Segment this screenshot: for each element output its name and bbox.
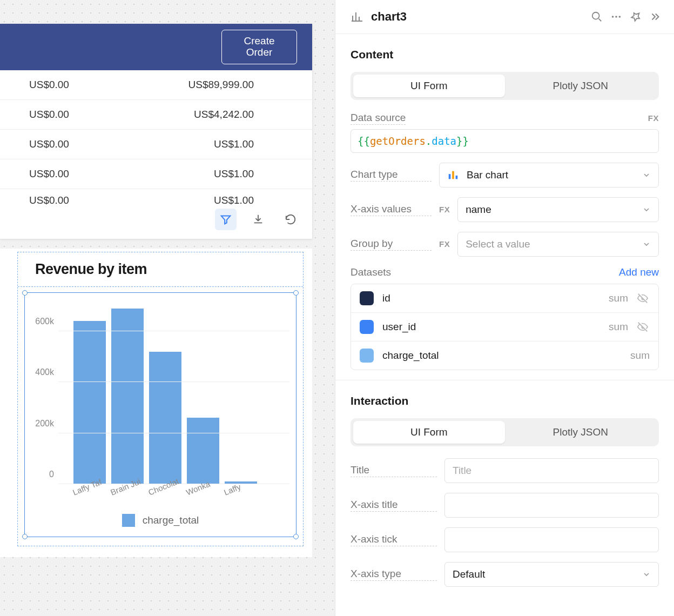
tab-plotly-json[interactable]: Plotly JSON (505, 421, 657, 444)
svg-point-1 (612, 16, 614, 18)
cell: US$1.00 (130, 168, 312, 180)
chevron-down-icon (642, 171, 651, 179)
table-row[interactable]: US$0.00 US$89,999.00 (0, 70, 312, 100)
group-by-label: Group by (351, 238, 432, 251)
download-icon (252, 213, 264, 225)
x-axis-type-value: Default (453, 568, 485, 580)
svg-rect-6 (456, 176, 458, 179)
group-by-select[interactable]: Select a value (457, 232, 659, 257)
create-order-button[interactable]: Create Order (221, 30, 297, 64)
chart-component[interactable]: Revenue by item 0200k400k600k Laffy TafB… (17, 252, 304, 546)
dataset-item[interactable]: idsum (351, 284, 658, 313)
pin-icon (630, 11, 642, 23)
x-axis-title-label: X-axis title (351, 499, 437, 512)
legend-label: charge_total (143, 514, 199, 526)
y-tick-label: 400k (27, 367, 54, 377)
bar[interactable] (187, 418, 219, 484)
search-button[interactable] (591, 11, 603, 23)
datasets-header: Datasets Add new (351, 266, 659, 278)
x-axis-type-label: X-axis type (351, 568, 437, 581)
table-toolbar (0, 209, 312, 239)
dataset-color-swatch[interactable] (360, 320, 374, 334)
title-label: Title (351, 464, 437, 477)
chevron-double-right-icon (649, 11, 661, 23)
eye-off-icon[interactable] (637, 292, 650, 304)
y-tick-label: 600k (27, 317, 54, 326)
interaction-tabs: UI Form Plotly JSON (351, 418, 659, 446)
header-band: Create Order (0, 24, 312, 70)
chart-legend: charge_total (31, 514, 289, 527)
x-labels: Laffy TafBrain JuiChocolatWonkaLaffy (31, 488, 289, 498)
resize-handle[interactable] (293, 534, 299, 539)
svg-rect-4 (449, 174, 451, 179)
dataset-item[interactable]: charge_totalsum (351, 342, 658, 370)
x-axis-value: name (466, 204, 491, 216)
dataset-name: user_id (382, 321, 600, 333)
svg-point-2 (615, 16, 617, 18)
tab-plotly-json[interactable]: Plotly JSON (505, 75, 657, 97)
dataset-item[interactable]: user_idsum (351, 313, 658, 342)
section-title-content: Content (351, 48, 659, 61)
chevron-down-icon (642, 570, 651, 579)
svg-point-3 (619, 16, 621, 18)
x-axis-tick-input[interactable] (444, 527, 659, 552)
svg-point-0 (592, 12, 599, 19)
resize-handle[interactable] (293, 290, 299, 296)
dataset-agg: sum (609, 321, 628, 333)
interaction-section: Interaction UI Form Plotly JSON Title Ti… (335, 380, 674, 606)
resize-handle[interactable] (22, 290, 28, 296)
tab-ui-form[interactable]: UI Form (353, 75, 505, 97)
bars-container (58, 306, 289, 484)
data-source-input[interactable]: {{getOrders.data}} (351, 129, 659, 153)
bar[interactable] (111, 309, 144, 484)
resize-handle[interactable] (22, 534, 28, 539)
y-tick-label: 0 (27, 470, 54, 479)
legend-swatch (122, 514, 135, 527)
bar[interactable] (149, 352, 181, 484)
cell: US$1.00 (130, 138, 312, 150)
refresh-button[interactable] (280, 209, 301, 230)
section-title-interaction: Interaction (351, 394, 659, 407)
data-table: US$0.00 US$89,999.00 US$0.00 US$4,242.00… (0, 70, 312, 212)
filter-button[interactable] (215, 209, 237, 230)
chart-type-value: Bar chart (467, 169, 508, 181)
x-axis-values-label: X-axis values (351, 203, 432, 216)
group-by-placeholder: Select a value (466, 238, 530, 250)
title-input[interactable]: Title (444, 458, 659, 483)
x-axis-tick-label: X-axis tick (351, 533, 437, 546)
x-axis-values-select[interactable]: name (457, 197, 659, 222)
table-row[interactable]: US$0.00 US$1.00 (0, 159, 312, 189)
chevron-down-icon (642, 240, 651, 249)
table-row[interactable]: US$0.00 US$4,242.00 (0, 100, 312, 130)
y-tick-label: 200k (27, 419, 54, 428)
add-new-dataset[interactable]: Add new (619, 266, 659, 278)
main-panel: Create Order US$0.00 US$89,999.00 US$0.0… (0, 24, 312, 239)
inspector-panel: chart3 Content UI Form Plotly JSON Data … (335, 0, 674, 616)
dataset-color-swatch[interactable] (360, 349, 374, 363)
filter-icon (220, 213, 232, 225)
eye-off-icon[interactable] (637, 321, 650, 333)
inspector-title: chart3 (371, 10, 583, 24)
create-order-label: Create Order (244, 35, 274, 58)
collapse-button[interactable] (649, 11, 661, 23)
dataset-color-swatch[interactable] (360, 291, 374, 305)
cell: US$0.00 (0, 195, 130, 206)
chevron-down-icon (642, 205, 651, 214)
tab-ui-form[interactable]: UI Form (353, 421, 505, 444)
x-axis-title-input[interactable] (444, 493, 659, 518)
search-icon (591, 11, 603, 23)
chart-type-select[interactable]: Bar chart (439, 163, 659, 188)
pin-button[interactable] (630, 11, 642, 23)
table-row[interactable]: US$0.00 US$1.00 (0, 130, 312, 159)
fx-chip[interactable]: FX (439, 239, 450, 249)
x-axis-type-select[interactable]: Default (444, 562, 659, 587)
chart-icon (351, 10, 363, 23)
bar[interactable] (73, 321, 106, 484)
canvas: Create Order US$0.00 US$89,999.00 US$0.0… (0, 0, 335, 616)
datasets-label: Datasets (351, 266, 391, 278)
download-button[interactable] (247, 209, 269, 230)
more-button[interactable] (610, 11, 622, 23)
chart-body[interactable]: 0200k400k600k Laffy TafBrain JuiChocolat… (24, 292, 296, 537)
fx-chip[interactable]: FX (439, 205, 450, 214)
fx-chip[interactable]: FX (648, 113, 659, 123)
